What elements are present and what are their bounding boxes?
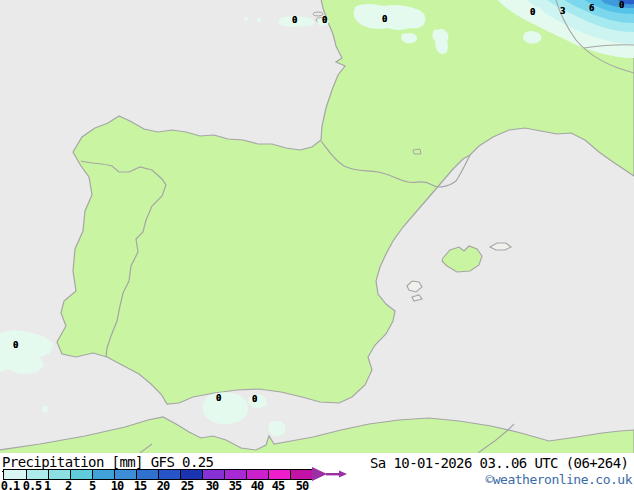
scale-cell-45 xyxy=(268,470,290,479)
scale-cell-15 xyxy=(136,470,158,479)
legend-bar: Precipitation [mm] GFS 0.25 0.10.5125101… xyxy=(0,453,634,490)
scale-label: 45 xyxy=(272,479,284,490)
precipitation-map: 0000360000 xyxy=(0,0,634,453)
scale-cell-35 xyxy=(224,470,246,479)
precip-speck-2 xyxy=(257,18,261,22)
scale-cell-0.5 xyxy=(26,470,48,479)
scale-tick-labels: 0.10.5125101520253035404550 xyxy=(0,479,360,490)
weather-map-page: 0000360000 Precipitation [mm] GFS 0.25 0… xyxy=(0,0,634,490)
forecast-datetime: Sa 10-01-2026 03..06 UTC (06+264) xyxy=(370,455,628,471)
scale-cell-0.1 xyxy=(4,470,26,479)
scale-label: 0.5 xyxy=(23,479,42,490)
border-andorra xyxy=(413,149,421,154)
precip-speck-atlantic xyxy=(42,406,48,412)
scale-label: 35 xyxy=(229,479,241,490)
scale-label: 50 xyxy=(296,479,308,490)
scale-cell-5 xyxy=(92,470,114,479)
scale-label: 30 xyxy=(206,479,218,490)
scale-label: 1 xyxy=(44,479,50,490)
scale-cell-50 xyxy=(290,470,312,479)
scale-label: 5 xyxy=(89,479,95,490)
scale-label: 20 xyxy=(157,479,169,490)
scale-label: 2 xyxy=(65,479,71,490)
scale-cell-1 xyxy=(48,470,70,479)
precip-patch-alboran-3 xyxy=(268,421,285,436)
scale-label: 25 xyxy=(181,479,193,490)
scale-cell-20 xyxy=(158,470,180,479)
scale-cell-25 xyxy=(180,470,202,479)
scale-label: 15 xyxy=(134,479,146,490)
precip-speck-1 xyxy=(244,17,248,21)
scale-label: 0.1 xyxy=(1,479,20,490)
scale-cell-2 xyxy=(70,470,92,479)
map-canvas xyxy=(0,0,634,453)
scale-label: 10 xyxy=(111,479,123,490)
scale-label: 40 xyxy=(251,479,263,490)
precip-patch-alboran-2 xyxy=(248,395,266,408)
scale-cell-30 xyxy=(202,470,224,479)
precip-patch-biscay-coast xyxy=(278,16,314,27)
scale-cell-10 xyxy=(114,470,136,479)
scale-cell-40 xyxy=(246,470,268,479)
copyright-link[interactable]: ©weatheronline.co.uk xyxy=(485,472,632,487)
precip-patch-alboran-1 xyxy=(202,393,248,425)
